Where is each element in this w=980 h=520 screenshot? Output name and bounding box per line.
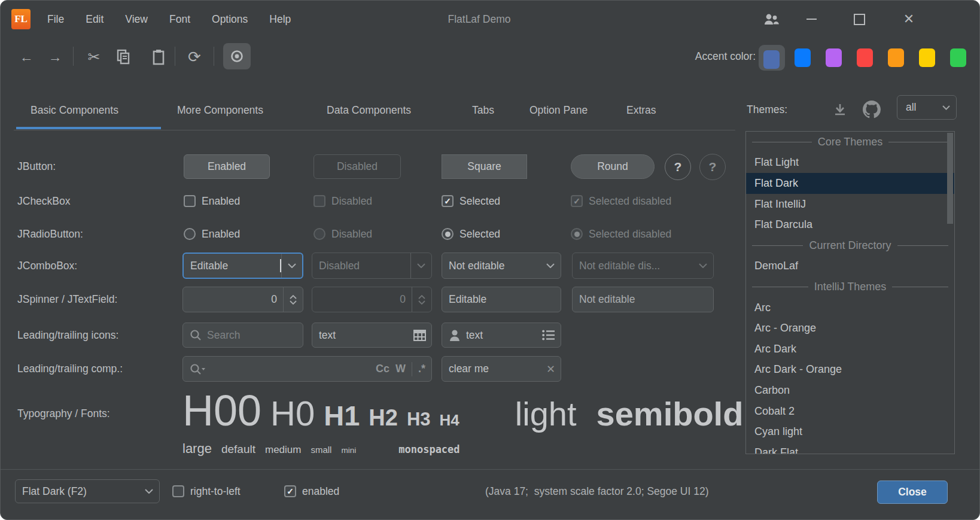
checkbox-label: Selected disabled [589,195,671,208]
search-history-field[interactable]: Cc W .* [182,356,432,382]
themes-scrollbar[interactable] [947,133,953,224]
theme-item-arc-dark-orange[interactable]: Arc Dark - Orange [746,360,954,381]
chevron-down-icon[interactable] [540,253,561,278]
question-icon: ? [709,160,717,174]
large-size-sample: large [182,441,212,457]
list-icon[interactable] [542,330,555,340]
copy-button[interactable] [114,48,132,66]
theme-item-flat-darcula[interactable]: Flat Darcula [746,214,954,235]
text-field-table-icon[interactable]: text [312,323,432,348]
menu-options[interactable]: Options [212,13,248,26]
theme-item-carbon[interactable]: Carbon [746,380,954,401]
textfield-value: clear me [449,363,489,375]
eye-icon [229,48,245,64]
help-button-2[interactable]: ? [699,154,726,180]
theme-item-cyan-light[interactable]: Cyan light [746,421,954,442]
round-button[interactable]: Round [571,154,655,179]
close-window-button[interactable]: ✕ [896,6,922,32]
help-button[interactable]: ? [665,154,691,180]
github-button[interactable] [861,99,882,120]
theme-item-cobalt-2[interactable]: Cobalt 2 [746,401,954,422]
accent-swatch-yellow[interactable] [919,48,935,67]
enabled-checkbox[interactable]: ✓ enabled [284,483,339,499]
cut-button[interactable]: ✂ [85,48,103,66]
whole-word-button[interactable]: W [395,363,406,375]
enabled-button[interactable]: Enabled [184,154,270,179]
radio-label: Selected [459,228,500,241]
typography-sizes: large default medium small mini monospac… [182,441,460,457]
spinner[interactable]: 0 [182,287,303,312]
right-to-left-checkbox[interactable]: right-to-left [172,483,241,499]
radio-selected[interactable]: Selected [442,226,500,242]
tab-more-components[interactable]: More Components [177,96,263,124]
menu-edit[interactable]: Edit [86,13,104,26]
light-weight-sample: light [515,394,577,433]
accent-swatch-purple[interactable] [826,48,842,67]
theme-item-flat-intellij[interactable]: Flat IntelliJ [746,194,954,215]
accent-swatch-red[interactable] [857,48,873,67]
spinner-arrows[interactable] [283,287,303,312]
maximize-button[interactable] [846,6,872,32]
theme-item-arc[interactable]: Arc [746,297,954,318]
table-icon[interactable] [413,330,426,341]
regex-button[interactable]: .* [418,363,425,375]
menu-file[interactable]: File [47,13,64,26]
jcheckbox-label: JCheckBox [17,193,71,209]
back-button[interactable]: ← [17,48,35,66]
spinner-value[interactable]: 0 [183,293,283,306]
themes-list[interactable]: Core Themes Flat Light Flat Dark Flat In… [745,131,955,454]
checkbox-selected[interactable]: ✓ Selected [442,193,500,209]
search-with-history-icon[interactable] [190,363,206,375]
minimize-button[interactable] [798,6,824,32]
close-button[interactable]: Close [877,481,948,504]
theme-item-demolaf[interactable]: DemoLaf [746,256,954,277]
search-field[interactable]: Search [182,323,303,348]
menu-font[interactable]: Font [169,13,190,26]
tab-tabs[interactable]: Tabs [472,96,494,124]
lookandfeel-combobox[interactable]: Flat Dark (F2) [15,479,160,503]
h0-sample: H0 [270,393,315,433]
accent-swatch-orange[interactable] [888,48,904,67]
theme-item-arc-orange[interactable]: Arc - Orange [746,318,954,339]
checkbox-label: Selected [459,195,500,208]
clear-icon[interactable]: ✕ [546,363,555,376]
tab-extras[interactable]: Extras [626,96,656,124]
theme-item-dark-flat[interactable]: Dark Flat [746,442,954,454]
accent-swatch-default[interactable] [763,50,780,69]
chevron-down-icon[interactable] [281,254,302,278]
not-editable-disabled-combobox: Not editable dis... [572,253,714,279]
square-button[interactable]: Square [442,154,527,179]
tab-data-components[interactable]: Data Components [327,96,411,124]
users-icon[interactable] [758,6,784,32]
editable-combobox[interactable]: Editable [182,253,303,279]
match-case-button[interactable]: Cc [376,363,389,375]
not-editable-combobox[interactable]: Not editable [442,253,561,279]
field-separator [412,362,412,376]
chevron-down-icon[interactable] [139,480,159,503]
disabled-combobox: Disabled [312,253,432,279]
forward-button[interactable]: → [46,48,64,66]
search-options: Cc W .* [376,362,431,376]
radio-label: Disabled [331,228,372,241]
search-icon [190,329,202,341]
menu-help[interactable]: Help [269,13,291,26]
refresh-button[interactable]: ⟳ [185,48,203,66]
download-themes-button[interactable] [829,99,851,120]
radio-enabled[interactable]: Enabled [184,226,240,242]
tab-basic-components[interactable]: Basic Components [31,96,118,124]
checkbox-enabled[interactable]: Enabled [184,193,240,209]
themes-filter-combo[interactable]: all [897,95,957,120]
clearable-field[interactable]: clear me ✕ [442,356,561,382]
menu-view[interactable]: View [125,13,148,26]
app-window: FL File Edit View Font Options Help Flat… [0,0,980,520]
editable-textfield[interactable]: Editable [442,287,561,312]
show-hidden-toggle[interactable] [223,43,251,69]
tab-option-pane[interactable]: Option Pane [529,96,588,124]
accent-swatch-green[interactable] [950,48,966,67]
paste-button[interactable] [150,48,168,66]
text-field-person-icon[interactable]: text [442,323,561,348]
accent-swatch-blue[interactable] [795,48,811,67]
theme-item-flat-dark[interactable]: Flat Dark [746,173,954,194]
theme-item-arc-dark[interactable]: Arc Dark [746,339,954,360]
theme-item-flat-light[interactable]: Flat Light [746,153,954,174]
